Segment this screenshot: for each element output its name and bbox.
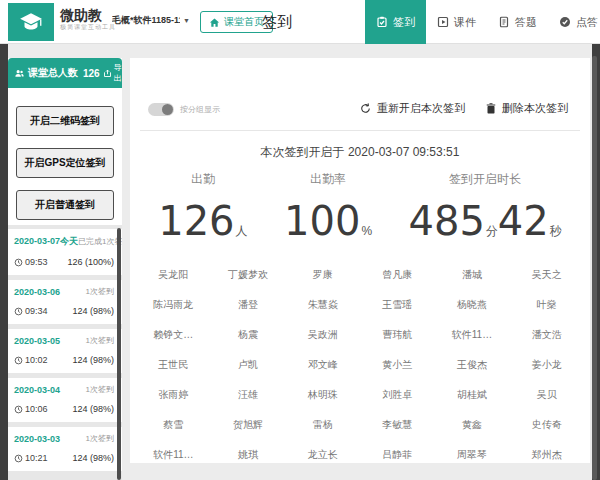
export-button[interactable]: 导出 [103,62,122,84]
clock-icon [14,356,23,365]
start-gps-checkin-button[interactable]: 开启GPS定位签到 [16,148,114,178]
session-item[interactable]: 2020-03-07今天已完成1次签到09:53126 (100%) [8,229,122,275]
student-name[interactable]: 吴天之 [509,262,584,292]
session-count: 124 (98%) [72,355,114,365]
session-date: 2020-03-06 [14,287,60,297]
student-name[interactable]: 曹玮航 [360,322,435,352]
student-name[interactable]: 史传奇 [509,412,584,442]
student-name[interactable]: 朱慧焱 [285,292,360,322]
student-name[interactable]: 蔡雪 [136,412,211,442]
student-name[interactable]: 王雪瑶 [360,292,435,322]
stat-attendance: 出勤 126 人 [158,171,247,244]
student-name[interactable]: 黄小兰 [360,352,435,382]
session-item[interactable]: 2020-03-051次签到10:02124 (98%) [8,329,122,373]
checkin-actions: 开启二维码签到 开启GPS定位签到 开启普通签到 [8,88,122,230]
export-icon [103,69,112,78]
student-name[interactable]: 潘登 [211,292,286,322]
student-name[interactable]: 杨晓燕 [435,292,510,322]
stat-attendance-rate-unit: % [361,224,372,238]
student-name[interactable]: 汪雄 [211,382,286,412]
sidebar: 课堂总人数 126 导出 开启二维码签到 开启GPS定位签到 开启普通签到 20… [8,58,122,480]
tab-checkin[interactable]: 签到 [365,0,426,44]
student-name[interactable]: 赖铮文… [136,322,211,352]
start-qrcode-checkin-button[interactable]: 开启二维码签到 [16,106,114,136]
tab-courseware[interactable]: 课件 [426,0,487,44]
student-name[interactable]: 贺旭辉 [211,412,286,442]
student-grid: 吴龙阳丁媛梦欢罗康曾凡康潘城吴天之陈冯雨龙潘登朱慧焱王雪瑶杨晓燕叶燊赖铮文…杨震… [130,254,590,463]
session-item[interactable]: 2020-03-031次签到10:21124 (98%) [8,427,122,471]
student-name[interactable]: 叶燊 [509,292,584,322]
student-name[interactable]: 邓文峰 [285,352,360,382]
class-total-label: 课堂总人数 [28,66,78,80]
student-name[interactable]: 胡桂斌 [435,382,510,412]
stat-attendance-rate-label: 出勤率 [310,171,346,188]
session-count: 126 (100%) [67,257,114,267]
session-item[interactable]: 2020-03-041次签到10:06124 (98%) [8,378,122,422]
student-name[interactable]: 潘城 [435,262,510,292]
stat-attendance-unit: 人 [236,223,248,240]
student-name[interactable]: 罗康 [285,262,360,292]
export-label: 导出 [114,62,122,84]
student-name[interactable]: 王世民 [136,352,211,382]
session-item[interactable]: 2020-03-061次签到09:34124 (98%) [8,280,122,324]
student-name[interactable]: 陈冯雨龙 [136,292,211,322]
detail-toolbar: 按分组显示 重新开启本次签到 删除本次签到 [130,58,590,130]
group-display-toggle[interactable] [148,103,174,116]
student-name[interactable]: 吴贝 [509,382,584,412]
session-date: 2020-03-03 [14,434,60,444]
session-count: 124 (98%) [72,453,114,463]
class-total-bar: 课堂总人数 126 导出 [8,58,122,88]
student-name[interactable]: 吕静菲 [360,442,435,463]
session-date: 2020-03-05 [14,336,60,346]
session-date: 2020-03-04 [14,385,60,395]
reopen-checkin-button[interactable]: 重新开启本次签到 [359,101,465,116]
main-scrollbar[interactable] [592,56,597,480]
course-selector[interactable]: 毛概*软件1185-1188 (... ▼ [112,14,192,27]
clipboard-check-icon [376,16,388,28]
student-name[interactable]: 王俊杰 [435,352,510,382]
tab-answer[interactable]: 答题 [487,0,548,44]
session-status: 已完成1次签到 [78,236,122,247]
student-name[interactable]: 黄鑫 [435,412,510,442]
student-name[interactable]: 李敏慧 [360,412,435,442]
student-name[interactable]: 丁媛梦欢 [211,262,286,292]
student-name[interactable]: 林明珠 [285,382,360,412]
delete-checkin-button[interactable]: 删除本次签到 [485,101,568,116]
student-name[interactable]: 杨震 [211,322,286,352]
student-name[interactable]: 姚琪 [211,442,286,463]
session-history-list: 2020-03-07今天已完成1次签到09:53126 (100%)2020-0… [8,225,122,480]
student-name[interactable]: 龙立长 [285,442,360,463]
feature-tabs: 签到 课件 答题 [365,0,600,44]
student-name[interactable]: 雷杨 [285,412,360,442]
session-count: 124 (98%) [72,404,114,414]
clock-icon [14,307,23,316]
session-list-scrollbar[interactable] [117,228,121,480]
classroom-home-label: 课堂首页 [224,15,264,29]
class-total-count: 126 [83,68,100,79]
student-name[interactable]: 曾凡康 [360,262,435,292]
student-name[interactable]: 周翠琴 [435,442,510,463]
student-name[interactable]: 吴龙阳 [136,262,211,292]
student-name[interactable]: 吴政洲 [285,322,360,352]
reopen-checkin-label: 重新开启本次签到 [377,101,465,116]
tab-pick[interactable]: 点答 [548,0,600,44]
student-name[interactable]: 软件11… [136,442,211,463]
student-name[interactable]: 郑州杰 [509,442,584,463]
tab-checkin-label: 签到 [393,15,415,30]
student-name[interactable]: 软件11… [435,322,510,352]
student-name[interactable]: 刘胜卓 [360,382,435,412]
student-name[interactable]: 潘文浩 [509,322,584,352]
stats-row: 出勤 126 人 出勤率 100 % 签到开启时长 485 分 42 秒 [130,165,590,254]
check-circle-icon [559,16,571,28]
student-name[interactable]: 张雨婷 [136,382,211,412]
session-status: 1次签到 [86,433,114,444]
student-name[interactable]: 姜小龙 [509,352,584,382]
session-start-time: 本次签到开启于 2020-03-07 09:53:51 [130,131,590,165]
student-name[interactable]: 卢凯 [211,352,286,382]
session-time: 10:06 [14,404,48,414]
start-normal-checkin-button[interactable]: 开启普通签到 [16,190,114,220]
toggle-knob [162,104,173,115]
stat-duration-minutes-unit: 分 [486,223,498,240]
stat-attendance-value: 126 [158,198,234,244]
checkin-detail-panel: 按分组显示 重新开启本次签到 删除本次签到 本次签到开启于 2 [130,58,590,463]
